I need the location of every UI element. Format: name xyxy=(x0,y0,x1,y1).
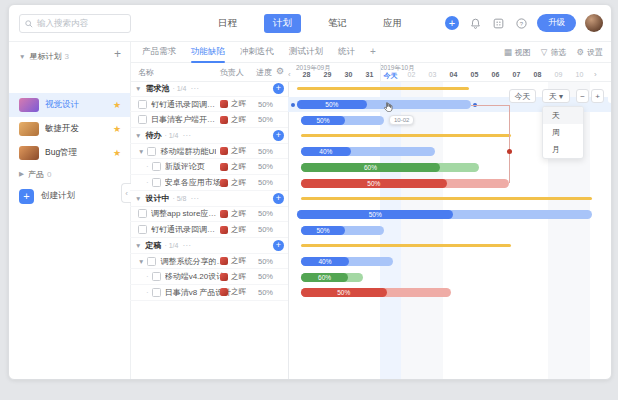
group-row[interactable]: ▼待办· 1/4⋯+ xyxy=(130,128,288,144)
day-label[interactable]: 29 xyxy=(317,71,338,78)
top-tab-应用[interactable]: 应用 xyxy=(374,14,411,33)
gantt-bar[interactable]: 60% xyxy=(301,273,363,282)
create-plan-button[interactable]: + 创建计划 xyxy=(19,187,75,205)
caret-down-icon[interactable]: ▼ xyxy=(138,148,144,155)
group-row[interactable]: ▼需求池· 1/4⋯+ xyxy=(130,81,288,97)
add-task-icon[interactable]: + xyxy=(273,130,284,141)
add-task-icon[interactable]: + xyxy=(273,193,284,204)
task-checkbox[interactable] xyxy=(152,162,161,171)
caret-down-icon[interactable]: ▼ xyxy=(135,195,141,202)
tab-add-icon[interactable]: + xyxy=(370,41,376,63)
sidebar-item-敏捷开发[interactable]: 敏捷开发★ xyxy=(9,117,130,141)
day-label[interactable]: 31 xyxy=(359,71,380,78)
star-icon[interactable]: ★ xyxy=(113,100,121,110)
caret-down-icon[interactable]: ▼ xyxy=(135,242,141,249)
tab-功能缺陷[interactable]: 功能缺陷 xyxy=(191,41,225,63)
tab-产品需求[interactable]: 产品需求 xyxy=(142,41,176,63)
summary-bar[interactable] xyxy=(297,87,469,90)
day-label[interactable]: 06 xyxy=(485,71,506,78)
task-checkbox[interactable] xyxy=(152,178,161,187)
add-task-icon[interactable]: + xyxy=(273,83,284,94)
apps-icon[interactable] xyxy=(491,16,505,30)
day-label[interactable]: 03 xyxy=(422,71,443,78)
task-row[interactable]: ▼移动端群功能UI之晖50% xyxy=(130,144,288,160)
toolbar-设置[interactable]: ⚙设置 xyxy=(576,47,603,58)
task-row[interactable]: 日事清客户端开机库之晖50% xyxy=(130,112,288,128)
gantt-bar[interactable]: 50% xyxy=(301,116,384,125)
user-avatar[interactable] xyxy=(585,14,603,32)
scale-select[interactable]: 天 ▾ xyxy=(542,89,570,103)
more-icon[interactable]: ⋯ xyxy=(190,194,198,203)
products-header[interactable]: ▶ 产品 0 xyxy=(19,167,51,181)
today-label[interactable]: 今天 xyxy=(380,71,401,81)
top-tab-计划[interactable]: 计划 xyxy=(264,14,301,33)
tab-测试计划[interactable]: 测试计划 xyxy=(289,41,323,63)
caret-down-icon[interactable]: ▼ xyxy=(138,258,144,265)
tab-冲刺迭代[interactable]: 冲刺迭代 xyxy=(240,41,274,63)
fullscreen-button[interactable] xyxy=(608,89,611,103)
task-checkbox[interactable] xyxy=(138,225,147,234)
summary-bar[interactable] xyxy=(301,197,592,200)
gantt-today-button[interactable]: 今天 xyxy=(509,89,536,103)
task-checkbox[interactable] xyxy=(147,147,156,156)
more-icon[interactable]: ⋯ xyxy=(190,84,198,93)
gantt-bar[interactable]: 40% xyxy=(301,257,393,266)
day-label[interactable]: 02 xyxy=(401,71,422,78)
top-tab-笔记[interactable]: 笔记 xyxy=(319,14,356,33)
top-tab-日程[interactable]: 日程 xyxy=(209,14,246,33)
more-icon[interactable]: ⋯ xyxy=(182,131,190,140)
day-label[interactable]: 04 xyxy=(443,71,464,78)
gantt-bar[interactable]: 50% xyxy=(301,226,384,235)
bell-icon[interactable] xyxy=(468,16,482,30)
drag-handle-dot[interactable] xyxy=(291,103,295,107)
scroll-left-icon[interactable]: ‹ xyxy=(288,70,291,79)
help-icon[interactable]: ? xyxy=(514,16,528,30)
task-checkbox[interactable] xyxy=(152,288,161,297)
task-row[interactable]: ·新版评论页之晖50% xyxy=(130,160,288,176)
sidebar-item-Bug管理[interactable]: Bug管理★ xyxy=(9,141,130,165)
gantt-bar[interactable]: 60% xyxy=(301,163,479,172)
day-label[interactable]: 05 xyxy=(464,71,485,78)
day-label[interactable]: 28 xyxy=(296,71,317,78)
caret-down-icon[interactable]: ▼ xyxy=(135,85,141,92)
sidebar-item-视觉设计[interactable]: 视觉设计★ xyxy=(9,93,130,117)
task-row[interactable]: ▼调整系统分享的设计图之晖50% xyxy=(130,254,288,270)
caret-down-icon[interactable]: ▼ xyxy=(135,132,141,139)
task-row[interactable]: 钉钉通讯录回调的条件，之晖50% xyxy=(130,222,288,238)
gantt-bar[interactable]: 50% xyxy=(301,179,509,188)
day-label[interactable]: 30 xyxy=(338,71,359,78)
scale-option-月[interactable]: 月 xyxy=(543,141,583,158)
task-row[interactable]: 钉钉通讯录回调的条件...之晖50% xyxy=(130,97,288,113)
day-label[interactable]: 10 xyxy=(569,71,590,78)
task-checkbox[interactable] xyxy=(138,115,147,124)
summary-bar[interactable] xyxy=(301,134,511,137)
task-checkbox[interactable] xyxy=(138,209,147,218)
upgrade-button[interactable]: 升级 xyxy=(537,14,576,32)
gantt-bar[interactable]: 40% xyxy=(301,147,435,156)
task-checkbox[interactable] xyxy=(147,257,156,266)
task-row[interactable]: ·安卓各应用市场截图尺寸之晖50% xyxy=(130,175,288,191)
zoom-in-button[interactable]: + xyxy=(591,89,604,103)
task-row[interactable]: 调整app store应用截图...之晖50% xyxy=(130,207,288,223)
task-row[interactable]: ·移动端v4.20设计之晖50% xyxy=(130,269,288,285)
add-plan-icon[interactable]: + xyxy=(114,47,121,61)
toolbar-筛选[interactable]: ▽筛选 xyxy=(541,47,567,58)
gantt-bar[interactable]: 50% xyxy=(297,210,592,219)
table-settings-icon[interactable]: ⚙ xyxy=(276,66,284,76)
gantt-bar[interactable]: 50% xyxy=(301,288,451,297)
scroll-right-icon[interactable]: › xyxy=(594,70,597,79)
task-row[interactable]: ·日事清v8 产品设计之晖50% xyxy=(130,285,288,301)
toolbar-视图[interactable]: ▦视图 xyxy=(504,47,531,58)
star-icon[interactable]: ★ xyxy=(113,148,121,158)
scale-option-天[interactable]: 天 xyxy=(543,107,583,124)
add-task-icon[interactable]: + xyxy=(273,240,284,251)
summary-bar[interactable] xyxy=(301,244,511,247)
starred-plans-header[interactable]: ▼ 星标计划 3 xyxy=(19,49,122,63)
more-icon[interactable]: ⋯ xyxy=(182,241,190,250)
task-checkbox[interactable] xyxy=(152,272,161,281)
zoom-out-button[interactable]: − xyxy=(576,89,589,103)
group-row[interactable]: ▼设计中· 5/8⋯+ xyxy=(130,191,288,207)
task-checkbox[interactable] xyxy=(138,100,147,109)
add-icon[interactable]: + xyxy=(445,16,459,30)
star-icon[interactable]: ★ xyxy=(113,124,121,134)
